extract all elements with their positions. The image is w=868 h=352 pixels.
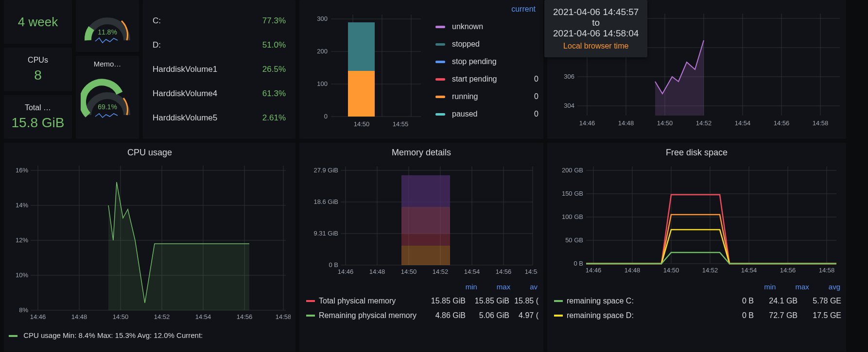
svg-text:18.6 GiB: 18.6 GiB: [313, 198, 338, 205]
legend-item[interactable]: paused0: [435, 110, 538, 118]
svg-text:14:46: 14:46: [579, 119, 595, 127]
memory-details-panel[interactable]: Memory details 27.9 GiB 18.6 GiB: [299, 143, 543, 352]
disk-row: HarddiskVolume52.61%: [153, 113, 286, 123]
cpus-value: 8: [34, 67, 42, 83]
memory-stats-row[interactable]: Total physical memory 15.85 GiB 15.85 Gi…: [299, 294, 543, 308]
total-mem-value: 15.8 GiB: [12, 115, 65, 131]
legend-item[interactable]: unknown: [435, 22, 538, 31]
svg-text:100: 100: [317, 80, 328, 87]
cpu-usage-panel[interactable]: CPU usage 16% 14%: [4, 143, 295, 352]
svg-rect-12: [348, 22, 375, 71]
svg-text:14:54: 14:54: [464, 268, 480, 275]
legend-item[interactable]: stopped: [435, 40, 538, 49]
svg-text:9.31 GiB: 9.31 GiB: [313, 230, 338, 237]
svg-text:14:56: 14:56: [780, 267, 796, 274]
uptime-value: 4 week: [18, 15, 58, 30]
legend-swatch: [554, 315, 563, 317]
tooltip-to: 2021-04-06 14:58:04: [553, 28, 639, 39]
time-range-tooltip: 2021-04-06 14:45:57 to 2021-04-06 14:58:…: [544, 0, 647, 57]
memory-panel-title: Memory details: [299, 143, 543, 161]
cpus-title: CPUs: [28, 56, 48, 65]
services-legend-header: current: [435, 5, 538, 14]
disk-row: C:77.3%: [153, 16, 286, 26]
svg-text:14:58: 14:58: [819, 267, 835, 274]
memory-gauge[interactable]: Memo… 69.1%: [76, 56, 139, 139]
total-mem-stat[interactable]: Total … 15.8 GiB: [4, 95, 72, 139]
svg-text:14:54: 14:54: [741, 267, 757, 274]
disk-stats-header: min max avg: [547, 281, 846, 294]
cpus-stat[interactable]: CPUs 8: [4, 48, 72, 91]
disk-panel-title: Free disk space: [547, 143, 846, 161]
svg-text:14:46: 14:46: [30, 313, 46, 320]
disk-row: HarddiskVolume126.5%: [153, 65, 286, 74]
svg-text:8%: 8%: [19, 306, 28, 314]
svg-text:27.9 GiB: 27.9 GiB: [313, 167, 338, 174]
svg-text:14:46: 14:46: [586, 267, 602, 274]
svg-text:14:52: 14:52: [433, 268, 449, 275]
memory-stats-header: min max av: [299, 281, 543, 294]
disk-stats-row[interactable]: remaining space D: 0 B 72.7 GB 17.5 GE: [547, 308, 846, 323]
memory-gauge-title: Memo…: [94, 60, 122, 68]
legend-item[interactable]: stop pending: [435, 57, 538, 66]
tooltip-to-word: to: [553, 17, 639, 28]
disk-row: HarddiskVolume461.3%: [153, 89, 286, 99]
svg-rect-11: [348, 71, 375, 117]
svg-text:14:48: 14:48: [625, 267, 641, 274]
svg-text:14:48: 14:48: [618, 119, 634, 127]
svg-text:100 GB: 100 GB: [562, 213, 583, 220]
cpu-panel-title: CPU usage: [4, 143, 295, 161]
svg-text:14:52: 14:52: [702, 267, 718, 274]
cpu-usage-chart: 16% 14% 12% 10% 8% 14:46 14:48 14:50 14:…: [9, 161, 291, 326]
svg-text:306: 306: [564, 73, 574, 80]
svg-text:50 GB: 50 GB: [565, 236, 583, 244]
svg-text:300: 300: [317, 15, 328, 22]
svg-text:12%: 12%: [16, 236, 28, 244]
disk-stats-row[interactable]: remaining space C: 0 B 24.1 GB 5.78 GE: [547, 294, 846, 308]
svg-text:0 B: 0 B: [329, 261, 338, 268]
svg-text:14%: 14%: [16, 201, 28, 209]
free-disk-panel[interactable]: Free disk space 200 GB: [547, 143, 846, 352]
free-disk-chart: 200 GB 150 GB 100 GB 50 GB 0 B 14:46 14:…: [552, 161, 841, 277]
svg-text:10%: 10%: [16, 271, 28, 279]
legend-swatch: [554, 300, 563, 302]
svg-text:200 GB: 200 GB: [562, 167, 583, 174]
svg-text:14:54: 14:54: [195, 313, 211, 320]
svg-text:14:50: 14:50: [657, 119, 673, 127]
cpu-gauge-value: 11.8%: [98, 28, 117, 36]
svg-text:14:58: 14:58: [525, 268, 538, 275]
uptime-stat[interactable]: 4 week: [4, 0, 72, 44]
svg-text:14:56: 14:56: [237, 313, 253, 320]
memory-chart: 27.9 GiB 18.6 GiB 9.31 GiB 0 B 14:46 14:…: [304, 161, 538, 277]
memory-gauge-value: 69.1%: [98, 103, 117, 111]
cpu-legend[interactable]: CPU usage Min: 8.4% Max: 15.3% Avg: 12.0…: [4, 329, 295, 341]
svg-text:14:54: 14:54: [735, 119, 751, 127]
svg-text:200: 200: [317, 48, 328, 55]
cpu-legend-text: CPU usage Min: 8.4% Max: 15.3% Avg: 12.0…: [23, 331, 203, 339]
svg-text:14:58: 14:58: [276, 313, 291, 320]
services-panel[interactable]: 0 100 200 300 14:50 14:55 current unknow…: [299, 0, 543, 139]
legend-swatch: [306, 315, 315, 317]
svg-rect-74: [401, 246, 450, 265]
svg-text:14:50: 14:50: [113, 313, 129, 320]
top-left-cluster: 4 week CPUs 8 Total … 15.8 GiB 11.8%: [4, 0, 295, 139]
memory-stats-row[interactable]: Remaining physical memory 4.86 GiB 5.06 …: [299, 308, 543, 323]
tooltip-from: 2021-04-06 14:45:57: [553, 7, 639, 17]
total-mem-title: Total …: [25, 103, 51, 112]
services-chart: 0 100 200 300 14:50 14:55: [299, 0, 426, 139]
svg-text:14:50: 14:50: [354, 120, 370, 128]
disk-usage-list[interactable]: C:77.3% D:51.0% HarddiskVolume126.5% Har…: [143, 0, 295, 139]
svg-rect-77: [401, 175, 450, 207]
legend-item[interactable]: start pending0: [435, 75, 538, 84]
svg-text:14:48: 14:48: [71, 313, 87, 320]
svg-text:150 GB: 150 GB: [562, 190, 583, 197]
legend-item[interactable]: running0: [435, 92, 538, 101]
svg-text:14:50: 14:50: [401, 268, 417, 275]
svg-text:14:50: 14:50: [663, 267, 679, 274]
svg-text:14:55: 14:55: [393, 120, 409, 128]
svg-text:14:56: 14:56: [496, 268, 512, 275]
svg-text:304: 304: [564, 102, 574, 109]
svg-text:0 B: 0 B: [573, 260, 583, 267]
svg-text:14:48: 14:48: [369, 268, 385, 275]
cpu-gauge[interactable]: 11.8%: [76, 0, 139, 52]
svg-text:0: 0: [324, 113, 328, 120]
